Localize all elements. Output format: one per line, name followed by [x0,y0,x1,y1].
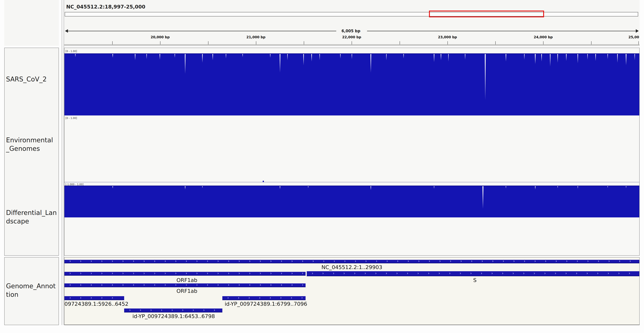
strand-right-icon: › [523,271,524,275]
locus-label[interactable]: NC_045512.2:18,997-25,000 [66,4,145,10]
strand-right-icon: › [260,259,261,263]
strand-right-icon: › [534,259,536,263]
chromosome-ideogram[interactable] [65,12,638,16]
signal-area-differential-landscape[interactable] [64,186,639,217]
strand-right-icon: › [112,259,113,263]
strand-right-icon: › [214,308,215,312]
coverage-gap [434,186,434,189]
feature-bar-mat-peptide-5926-6452[interactable]: ››››› [64,296,124,300]
feature-bar-mat-peptide-6799-7096[interactable]: ›››››››› [222,296,306,300]
ruler-tick [400,41,400,44]
strand-right-icon: › [260,283,261,287]
strand-right-icon: › [312,271,313,275]
strand-right-icon: › [228,271,230,275]
panel-divider-line[interactable] [62,0,62,325]
view-region-box[interactable] [429,10,544,17]
strand-right-icon: › [161,308,162,312]
strand-right-icon: › [90,283,92,287]
strand-right-icon: › [70,259,71,263]
track-label-differential-landscape[interactable]: Differential_Lan dscape [6,208,57,226]
coverage-gap [185,186,186,189]
strand-right-icon: › [249,259,250,263]
strand-right-icon: › [492,259,494,263]
signal-area-sars-cov-2[interactable] [64,53,639,115]
coverage-gap [465,54,466,59]
strand-right-icon: › [281,259,282,263]
strand-right-icon: › [203,308,204,312]
strand-right-icon: › [333,271,334,275]
coverage-gap [608,54,608,59]
strand-right-icon: › [80,271,82,275]
coverage-gap [75,54,76,57]
strand-right-icon: › [217,283,219,287]
strand-right-icon: › [90,296,92,300]
feature-label-orf1ab-gene: ORF1ab [176,277,197,283]
coverage-gap [535,186,536,189]
view-span-label: 6,005 bp [332,29,370,33]
coverage-gap [558,186,558,188]
annotation-data-panel: ››››››››››››››››››››››››››››››››››››››››… [64,257,640,325]
strand-right-icon: › [471,259,472,263]
feature-bar-orf1ab-cds[interactable]: ››››››››››››››››››››››› [64,284,306,287]
strand-right-icon: › [207,259,208,263]
coverage-gap [617,54,618,63]
coverage-gap [370,54,371,73]
coverage-gap [440,54,441,60]
strand-right-icon: › [460,259,462,263]
strand-right-icon: › [577,259,578,263]
track-label-line: Differential_Lan [6,208,57,217]
strand-right-icon: › [597,271,598,275]
feature-bar-genome-region[interactable]: ››››››››››››››››››››››››››››››››››››››››… [64,260,639,263]
strand-right-icon: › [80,259,82,263]
feature-label-mat-peptide-5926-6452: 09724389.1:5926..6452 [64,301,128,307]
strand-right-icon: › [144,283,145,287]
coverage-gap [185,54,186,74]
ruler-tick [352,41,352,44]
strand-right-icon: › [238,271,240,275]
feature-bar-orf1ab-gene[interactable]: ››››››››››››››››››››››› [64,272,306,276]
strand-right-icon: › [228,259,230,263]
coverage-gap [226,54,226,58]
strand-right-icon: › [302,271,303,275]
panel-divider-line[interactable] [64,0,64,325]
strand-right-icon: › [207,271,208,275]
track-label-environmental-genomes[interactable]: Environmental _Genomes [6,136,53,153]
strand-right-icon: › [270,259,272,263]
strand-right-icon: › [101,259,102,263]
coverage-gap [634,54,635,60]
strand-right-icon: › [164,271,166,275]
coverage-gap [595,54,596,61]
strand-right-icon: › [291,283,293,287]
coverage-gap [280,186,280,189]
strand-right-icon: › [302,283,303,287]
feature-bar-s-gene[interactable]: ››››››››››››››››››››››››››››››› [307,271,639,276]
header-panel: NC_045512.2:18,997-25,000 6,005 bp 20,00… [64,0,640,46]
strand-right-icon: › [238,283,240,287]
strand-right-icon: › [355,259,356,263]
coverage-gap [212,54,213,60]
strand-right-icon: › [608,271,609,275]
strand-right-icon: › [122,259,124,263]
coverage-gap [280,54,280,73]
ruler-arrow-right-icon [636,29,639,33]
strand-right-icon: › [217,271,219,275]
coverage-gap [506,186,506,188]
strand-right-icon: › [182,308,184,312]
strand-right-icon: › [196,259,198,263]
track-label-line: SARS_CoV_2 [6,75,47,83]
strand-right-icon: › [618,271,620,275]
strand-right-icon: › [281,271,282,275]
strand-right-icon: › [217,259,219,263]
strand-right-icon: › [70,283,71,287]
coverage-gap [135,54,136,60]
strand-right-icon: › [302,259,303,263]
strand-right-icon: › [150,308,152,312]
track-label-sars-cov-2[interactable]: SARS_CoV_2 [6,75,47,83]
strand-right-icon: › [70,296,71,300]
strand-right-icon: › [207,283,208,287]
strand-right-icon: › [312,259,314,263]
feature-label-s-gene: S [473,277,476,283]
track-label-genome-annotation[interactable]: Genome_Annot tion [6,282,56,299]
strand-right-icon: › [270,296,271,300]
feature-bar-mat-peptide-6453-6798[interactable]: ››››››››› [124,309,222,313]
